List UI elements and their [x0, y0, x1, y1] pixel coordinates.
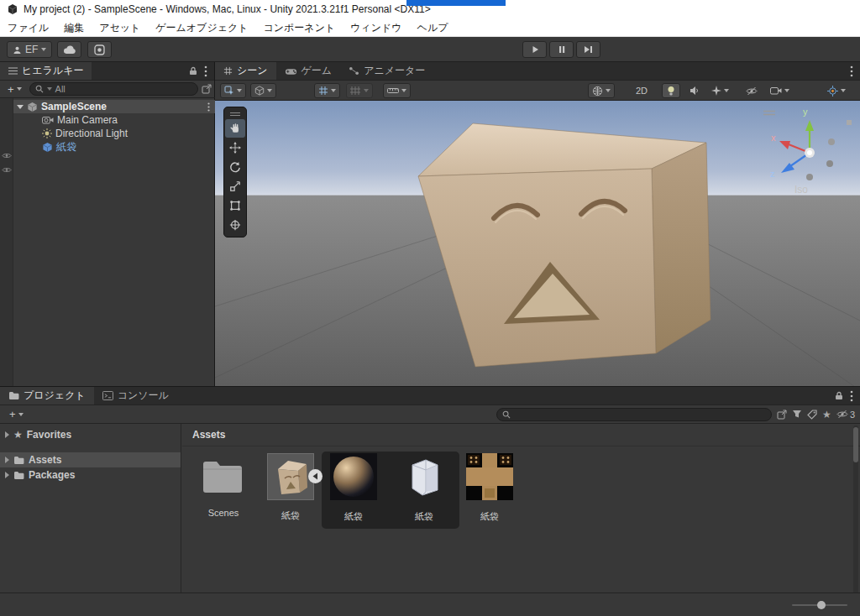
- step-button[interactable]: [576, 41, 600, 58]
- draw-mode-button[interactable]: [588, 83, 615, 98]
- tab-hierarchy[interactable]: ヒエラルキー: [0, 62, 92, 80]
- plus-icon: +: [8, 83, 14, 96]
- axis-z-label[interactable]: z: [770, 169, 775, 179]
- scene-camera-button[interactable]: [766, 83, 794, 98]
- speaker-icon: [690, 86, 700, 96]
- asset-item-texture[interactable]: 紙袋: [466, 453, 513, 523]
- chevron-down-icon: [401, 89, 406, 92]
- material-thumbnail: [330, 453, 377, 500]
- asset-label: Scenes: [200, 508, 247, 518]
- foldout-closed-icon[interactable]: [5, 457, 9, 463]
- unity-logo-icon: [7, 3, 18, 15]
- tab-project[interactable]: プロジェクト: [0, 387, 94, 405]
- kebab-menu-icon[interactable]: [850, 390, 853, 402]
- tab-scene[interactable]: シーン: [215, 62, 276, 80]
- asset-item-scenes[interactable]: Scenes: [200, 453, 247, 518]
- kebab-menu-icon[interactable]: [204, 65, 207, 77]
- thumbnail-zoom-slider[interactable]: [792, 604, 847, 606]
- foldout-open-icon[interactable]: [17, 105, 24, 109]
- hierarchy-panel: ヒエラルキー + All: [0, 62, 215, 386]
- model-thumbnail: [267, 453, 314, 500]
- scale-tool-button[interactable]: [225, 177, 245, 196]
- orientation-gizmo[interactable]: y x z: [769, 105, 857, 201]
- hand-tool-button[interactable]: [225, 119, 245, 138]
- jump-to-search-icon[interactable]: [202, 84, 212, 94]
- create-object-button[interactable]: +: [3, 81, 26, 97]
- hidden-count-button[interactable]: 3: [836, 410, 855, 420]
- cloud-icon: [63, 45, 76, 55]
- pause-button[interactable]: [549, 41, 574, 58]
- version-control-button[interactable]: [87, 41, 112, 58]
- asset-item-model[interactable]: 紙袋: [267, 453, 314, 522]
- foldout-closed-icon[interactable]: [5, 431, 9, 438]
- rotate-tool-button[interactable]: [225, 158, 245, 176]
- favorites-row[interactable]: ★ Favorites: [0, 427, 181, 442]
- scene-visibility-eye-icon[interactable]: [2, 152, 12, 159]
- asset-item-mesh[interactable]: 紙袋: [401, 453, 448, 523]
- zoom-slider-knob[interactable]: [817, 601, 826, 609]
- create-asset-button[interactable]: +: [5, 407, 28, 422]
- menu-help[interactable]: ヘルプ: [410, 18, 456, 37]
- gizmos-dropdown-button[interactable]: [823, 83, 850, 98]
- asset-item-material[interactable]: 紙袋: [330, 453, 377, 523]
- hierarchy-item-kamibukuro[interactable]: 紙袋: [13, 140, 215, 154]
- 2d-toggle-button[interactable]: 2D: [632, 83, 652, 98]
- asset-label: 紙袋: [267, 509, 314, 522]
- menu-component[interactable]: コンポーネント: [256, 18, 343, 37]
- effects-dropdown-button[interactable]: [707, 83, 733, 98]
- move-tool-button[interactable]: [225, 138, 245, 157]
- tool-settings-button[interactable]: [220, 83, 246, 98]
- scene-visibility-eye-icon[interactable]: [2, 166, 12, 174]
- scene-tabstrip: シーン ゲーム アニメーター: [215, 62, 860, 81]
- menu-assets[interactable]: アセット: [92, 18, 148, 37]
- menu-file[interactable]: ファイル: [0, 18, 56, 37]
- snap-increment-button[interactable]: [383, 83, 411, 98]
- snap-toggle-button[interactable]: [346, 83, 373, 98]
- hierarchy-item-directional-light[interactable]: Directional Light: [13, 127, 215, 140]
- scene-viewport[interactable]: y x z Iso: [215, 101, 860, 386]
- cloud-button[interactable]: [57, 41, 81, 58]
- scrollbar-thumb[interactable]: [853, 427, 858, 462]
- lighting-toggle-button[interactable]: [662, 83, 680, 98]
- search-by-label-icon[interactable]: [807, 410, 817, 420]
- scene-kebab-icon[interactable]: [207, 102, 210, 112]
- tab-animator[interactable]: アニメーター: [340, 62, 433, 80]
- projection-mode-label[interactable]: Iso: [794, 184, 808, 196]
- menu-window[interactable]: ウィンドウ: [343, 18, 409, 37]
- save-search-star-icon[interactable]: ★: [822, 409, 831, 420]
- collapse-subassets-button[interactable]: [308, 469, 322, 483]
- scene-render: [215, 101, 860, 386]
- project-search-input[interactable]: [496, 408, 773, 421]
- account-button[interactable]: EF: [7, 41, 52, 58]
- shading-globe-icon: [592, 86, 603, 97]
- scene-visibility-button[interactable]: [742, 83, 761, 98]
- pivot-mode-button[interactable]: [250, 83, 276, 98]
- audio-toggle-button[interactable]: [685, 83, 704, 98]
- assets-root-row[interactable]: Assets: [0, 452, 181, 467]
- kebab-menu-icon[interactable]: [850, 65, 853, 77]
- hierarchy-item-main-camera[interactable]: Main Camera: [13, 113, 215, 127]
- hierarchy-scene-row[interactable]: SampleScene: [13, 100, 215, 113]
- play-button[interactable]: [522, 41, 547, 58]
- grid-icon: [318, 86, 328, 96]
- scale-icon: [229, 180, 241, 192]
- axis-x-label[interactable]: x: [771, 133, 776, 143]
- tab-console[interactable]: コンソール: [94, 387, 177, 405]
- hierarchy-search-input[interactable]: All: [29, 82, 198, 96]
- rect-tool-button[interactable]: [225, 196, 245, 215]
- lock-icon[interactable]: [189, 66, 197, 76]
- menu-edit[interactable]: 編集: [56, 18, 92, 37]
- search-by-type-icon[interactable]: [792, 410, 802, 419]
- asset-grid-scrollbar[interactable]: [853, 425, 858, 616]
- open-search-window-icon[interactable]: [777, 410, 787, 420]
- overlay-drag-handle[interactable]: [229, 110, 241, 118]
- menu-gameobject[interactable]: ゲームオブジェクト: [148, 18, 255, 37]
- menu-bar: ファイル 編集 アセット ゲームオブジェクト コンポーネント ウィンドウ ヘルプ: [0, 18, 860, 37]
- foldout-closed-icon[interactable]: [5, 472, 9, 478]
- tab-game[interactable]: ゲーム: [276, 62, 341, 80]
- packages-row[interactable]: Packages: [0, 467, 181, 483]
- lock-icon[interactable]: [835, 391, 843, 400]
- axis-y-label[interactable]: y: [803, 107, 808, 117]
- transform-tool-button[interactable]: [225, 216, 245, 234]
- grid-visibility-button[interactable]: [314, 83, 340, 98]
